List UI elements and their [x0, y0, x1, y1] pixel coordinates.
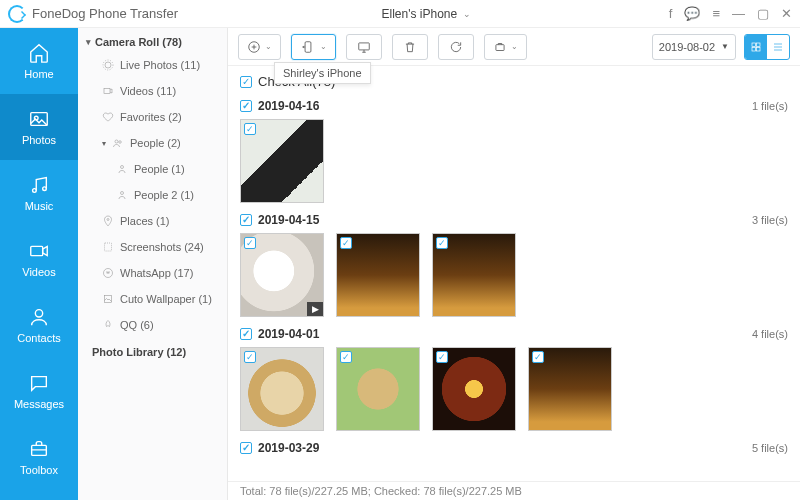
export-to-device-button[interactable]: ⌄ [291, 34, 336, 60]
sidebar-item[interactable]: Places (1) [78, 208, 227, 234]
group-file-count: 5 file(s) [752, 442, 788, 454]
device-picker[interactable]: Ellen's iPhone ⌄ [366, 5, 482, 23]
thumbnail-checkbox[interactable] [244, 237, 256, 249]
svg-point-3 [43, 187, 47, 191]
nav-label: Contacts [17, 332, 60, 344]
add-button[interactable]: ⌄ [238, 34, 281, 60]
thumbnail-checkbox[interactable] [244, 123, 256, 135]
sidebar: Camera Roll (78) Live Photos (11)Videos … [78, 28, 228, 500]
svg-point-8 [103, 60, 113, 70]
thumbnail-checkbox[interactable] [340, 351, 352, 363]
more-actions-button[interactable]: ⌄ [484, 34, 527, 60]
sidebar-item[interactable]: People (1) [78, 156, 227, 182]
sidebar-item[interactable]: Videos (11) [78, 78, 227, 104]
photo-thumbnail[interactable] [240, 347, 324, 431]
tooltip: Shirley's iPhone [274, 62, 371, 84]
nav-label: Toolbox [20, 464, 58, 476]
grid-view-button[interactable] [745, 35, 767, 59]
svg-point-2 [33, 189, 37, 193]
chevron-down-icon: ⌄ [463, 9, 471, 19]
group-date: 2019-04-01 [258, 327, 319, 341]
home-icon [28, 42, 50, 64]
check-all-checkbox[interactable] [240, 76, 252, 88]
sidebar-item-label: People (1) [134, 163, 185, 175]
photo-thumbnail[interactable] [240, 119, 324, 203]
sidebar-photo-library[interactable]: Photo Library (12) [78, 338, 227, 366]
delete-button[interactable] [392, 34, 428, 60]
thumbnail-row [240, 347, 788, 431]
sidebar-item-label: Favorites (2) [120, 111, 182, 123]
thumbnail-checkbox[interactable] [436, 351, 448, 363]
folder-icon [112, 137, 124, 149]
main-panel: ⌄ ⌄ ⌄ Shirley's iPhone 2019-08 [228, 28, 800, 500]
thumbnail-row [240, 119, 788, 203]
group-checkbox[interactable] [240, 442, 252, 454]
maximize-button[interactable]: ▢ [757, 6, 769, 21]
nav-messages[interactable]: Messages [0, 358, 78, 424]
sidebar-item[interactable]: Live Photos (11) [78, 52, 227, 78]
photo-thumbnail[interactable]: ▶ [240, 233, 324, 317]
photo-thumbnail[interactable] [336, 347, 420, 431]
sidebar-item-label: QQ (6) [120, 319, 154, 331]
sidebar-item[interactable]: People 2 (1) [78, 182, 227, 208]
sidebar-item[interactable]: Screenshots (24) [78, 234, 227, 260]
group-date: 2019-04-15 [258, 213, 319, 227]
sidebar-group-label: Camera Roll (78) [95, 36, 182, 48]
svg-rect-21 [496, 44, 504, 50]
thumbnail-checkbox[interactable] [244, 351, 256, 363]
group-date: 2019-04-16 [258, 99, 319, 113]
thumbnail-checkbox[interactable] [436, 237, 448, 249]
feedback-icon[interactable]: f [669, 6, 673, 21]
nav-toolbox[interactable]: Toolbox [0, 424, 78, 490]
svg-rect-25 [757, 47, 761, 51]
svg-rect-15 [105, 243, 112, 251]
sidebar-item[interactable]: Cuto Wallpaper (1) [78, 286, 227, 312]
svg-rect-19 [305, 41, 311, 52]
sidebar-item[interactable]: QQ (6) [78, 312, 227, 338]
sidebar-item[interactable]: Favorites (2) [78, 104, 227, 130]
photo-thumbnail[interactable] [528, 347, 612, 431]
photo-thumbnail[interactable] [336, 233, 420, 317]
list-view-button[interactable] [767, 35, 789, 59]
menu-icon[interactable]: ≡ [712, 6, 720, 21]
content-area: Check All(78) 2019-04-161 file(s)2019-04… [228, 66, 800, 500]
thumbnail-checkbox[interactable] [340, 237, 352, 249]
view-toggle [744, 34, 790, 60]
minimize-button[interactable]: — [732, 6, 745, 21]
folder-icon [102, 111, 114, 123]
group-file-count: 1 file(s) [752, 100, 788, 112]
nav-music[interactable]: Music [0, 160, 78, 226]
device-name: Ellen's iPhone [382, 7, 458, 21]
svg-rect-22 [752, 43, 756, 47]
sidebar-item[interactable]: ▾People (2) [78, 130, 227, 156]
close-button[interactable]: ✕ [781, 6, 792, 21]
group-checkbox[interactable] [240, 100, 252, 112]
dropdown-caret-icon: ▼ [721, 42, 729, 51]
sidebar-item[interactable]: WhatsApp (17) [78, 260, 227, 286]
group-checkbox[interactable] [240, 214, 252, 226]
date-value: 2019-08-02 [659, 41, 715, 53]
photos-icon [28, 108, 50, 130]
contacts-icon [28, 306, 50, 328]
export-to-pc-button[interactable] [346, 34, 382, 60]
svg-point-11 [119, 141, 122, 144]
toolbar: ⌄ ⌄ ⌄ Shirley's iPhone 2019-08 [228, 28, 800, 66]
sidebar-group-camera-roll[interactable]: Camera Roll (78) [78, 28, 227, 52]
date-group-header: 2019-04-014 file(s) [240, 327, 788, 341]
video-badge-icon: ▶ [307, 302, 323, 316]
chat-icon[interactable]: 💬 [684, 6, 700, 21]
nav-home[interactable]: Home [0, 28, 78, 94]
thumbnail-checkbox[interactable] [532, 351, 544, 363]
folder-icon [102, 267, 114, 279]
nav-contacts[interactable]: Contacts [0, 292, 78, 358]
group-checkbox[interactable] [240, 328, 252, 340]
nav-videos[interactable]: Videos [0, 226, 78, 292]
status-bar: Total: 78 file(s)/227.25 MB; Checked: 78… [228, 481, 800, 500]
date-filter[interactable]: 2019-08-02 ▼ [652, 34, 736, 60]
photo-thumbnail[interactable] [432, 347, 516, 431]
refresh-button[interactable] [438, 34, 474, 60]
svg-rect-17 [105, 296, 112, 303]
thumbnail-row: ▶ [240, 233, 788, 317]
nav-photos[interactable]: Photos [0, 94, 78, 160]
photo-thumbnail[interactable] [432, 233, 516, 317]
